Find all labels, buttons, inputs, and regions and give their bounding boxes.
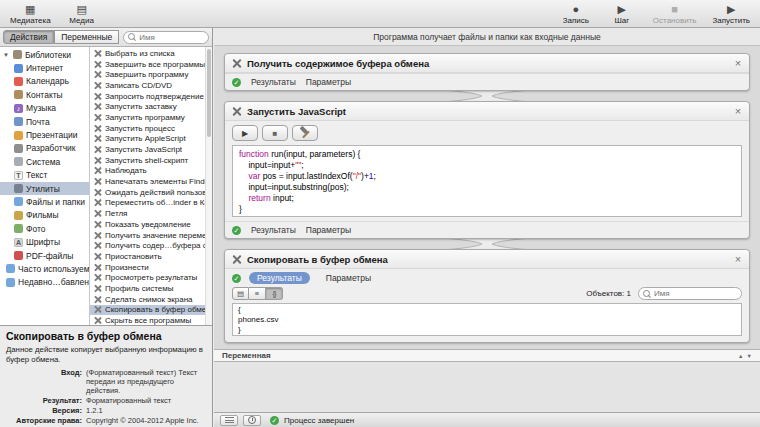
description-field-label: Результат: [6,396,82,405]
action-item[interactable]: Сделать снимок экрана [90,294,212,305]
toolbar-button[interactable]: ▶ Шаг [607,3,637,25]
toolbar-button[interactable]: ▤ Медиа [67,3,97,25]
library-item[interactable]: Фильмы [0,209,89,222]
action-item[interactable]: Получить значение переменной [90,230,212,241]
action-item[interactable]: Запустить shell-скрипт [90,155,212,166]
close-icon[interactable] [733,254,743,265]
recently-added-folder-icon [6,278,15,287]
library-item[interactable]: PDF-файлы [0,249,89,262]
results-output[interactable]: { phones.csv } [232,303,742,336]
block-header[interactable]: Скопировать в буфер обмена [225,250,749,269]
block-header[interactable]: Получить содержимое буфера обмена [225,54,749,73]
actions-list[interactable]: Выбрать из списка Завершить все программ… [90,47,212,325]
action-item[interactable]: Приостановить [90,251,212,262]
source-view-button[interactable] [266,287,283,300]
library-item-label: Разработчик [26,143,76,153]
library-list[interactable]: Библиотеки Интернет Календарь [0,47,90,325]
library-item[interactable]: Часто используемые [0,262,89,275]
action-item[interactable]: Записать CD/DVD [90,80,212,91]
library-item[interactable]: Библиотеки [0,48,89,61]
library-item[interactable]: Календарь [0,75,89,88]
media-icon: ▤ [76,3,86,16]
action-item[interactable]: Завершить программу [90,69,212,80]
toolbar-button[interactable]: ▶ Запустить [713,3,751,25]
library-item[interactable]: Интернет [0,61,89,74]
block-footer-tab[interactable]: Результаты [251,225,296,235]
action-item[interactable]: Завершить все программы [90,59,212,70]
list-view-button[interactable] [249,287,266,300]
workflow-block-run-javascript[interactable]: Запустить JavaScript function run(input,… [224,101,750,239]
action-item[interactable]: Выбрать из списка [90,48,212,59]
duration-view-button[interactable] [243,415,261,426]
action-item[interactable]: Получить содер…буфера обмена [90,240,212,251]
action-item[interactable]: Показать уведомление [90,219,212,230]
action-item[interactable]: Запустить JavaScript [90,144,212,155]
results-search-field[interactable] [638,287,742,300]
variables-pane-header[interactable]: Переменная [214,349,760,362]
action-item[interactable]: Запустить процесс [90,123,212,134]
action-item[interactable]: Запустить программу [90,112,212,123]
search-input[interactable] [139,33,204,42]
action-item[interactable]: Произнести [90,262,212,273]
close-icon[interactable] [733,58,743,69]
action-item[interactable]: Скопировать в буфер обмена [90,305,212,316]
scroll-down-icon[interactable] [747,353,752,359]
action-search-field[interactable] [123,31,209,44]
toolbar-button[interactable]: ■ Остановить [653,3,697,25]
library-item[interactable]: T Текст [0,169,89,182]
toolbar-button[interactable]: ▦ Медиатека [10,3,51,25]
action-item[interactable]: Просмотреть результаты [90,272,212,283]
toolbar-button[interactable]: ● Запись [561,3,591,25]
library-item[interactable]: Фото [0,222,89,235]
block-header[interactable]: Запустить JavaScript [225,102,749,121]
library-item[interactable]: Система [0,155,89,168]
log-view-button[interactable] [220,415,238,426]
grid-view-button[interactable] [232,287,249,300]
scrollbar-thumb[interactable] [207,49,211,137]
action-item[interactable]: Запустить заставку [90,101,212,112]
library-item[interactable]: Презентации [0,128,89,141]
library-item[interactable]: Разработчик [0,142,89,155]
scroll-up-icon[interactable] [738,353,743,359]
action-item[interactable]: Переместить об…inder в Корзину [90,198,212,209]
sidebar-tab[interactable]: Действия [3,30,54,44]
disclosure-triangle-icon[interactable] [3,52,10,58]
compile-script-button[interactable] [292,125,318,141]
workflow-block-get-clipboard-contents[interactable]: Получить содержимое буфера обмена Резуль… [224,53,750,91]
result-line: } [238,325,736,335]
run-script-button[interactable] [232,125,258,141]
library-item[interactable]: ♪ Музыка [0,102,89,115]
results-search-input[interactable] [654,289,737,298]
block-tab[interactable]: Результаты [249,272,310,284]
block-footer-tab[interactable]: Параметры [306,77,351,87]
stop-script-button[interactable] [262,125,288,141]
action-item[interactable]: Напечатать элементы Finder [90,176,212,187]
scrollbar-arrows[interactable] [738,353,752,359]
action-tools-icon [93,263,102,272]
workflow-block-copy-to-clipboard[interactable]: Скопировать в буфер обмена Результаты Па… [224,249,750,343]
library-item[interactable]: Недавно…бавленные [0,276,89,289]
close-icon[interactable] [733,106,743,117]
library-item[interactable]: A Шрифты [0,235,89,248]
library-item[interactable]: Утилиты [0,182,89,195]
block-footer-tab[interactable]: Параметры [306,225,351,235]
block-tab[interactable]: Параметры [318,272,379,284]
library-item-label: Система [26,157,60,167]
action-item[interactable]: Профиль системы [90,283,212,294]
action-item[interactable]: Наблюдать [90,166,212,177]
block-footer-tab[interactable]: Результаты [251,77,296,87]
actions-scrollbar[interactable] [205,47,212,325]
stop-icon: ■ [671,3,678,16]
action-item[interactable]: Запустить AppleScript [90,134,212,145]
sidebar-tab[interactable]: Переменные [54,30,119,44]
js-code[interactable]: function run(input, parameters) { input=… [232,145,742,217]
library-item[interactable]: Контакты [0,88,89,101]
action-item[interactable]: Скрыть все программы [90,315,212,325]
library-item[interactable]: Почта [0,115,89,128]
library-item[interactable]: Файлы и папки [0,195,89,208]
workflow-canvas[interactable]: Получить содержимое буфера обмена Резуль… [214,46,760,412]
action-item[interactable]: Петля [90,208,212,219]
description-field-value: Copyright © 2004-2012 Apple Inc. Все пра… [86,416,206,427]
action-item[interactable]: Ожидать действий пользователя [90,187,212,198]
action-item[interactable]: Запросить подтверждение [90,91,212,102]
